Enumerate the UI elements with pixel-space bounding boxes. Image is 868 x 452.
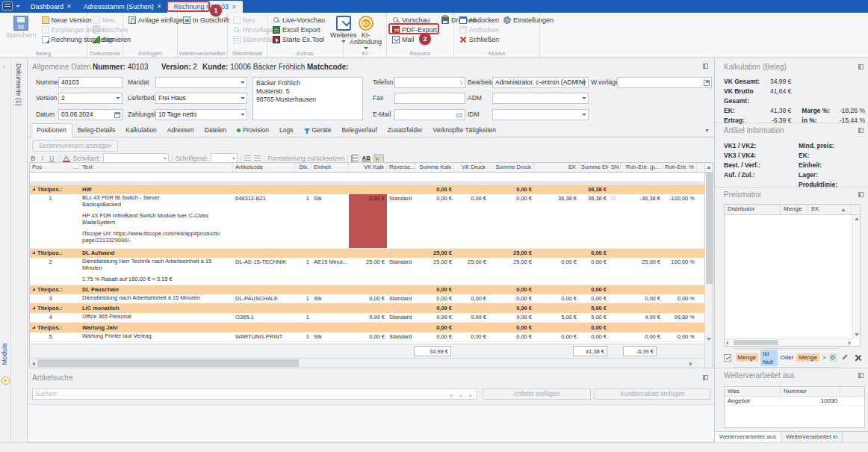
- table-row[interactable]: Titelpos.:DL Aufwand25,00 €25,00 €0,00 €: [30, 249, 705, 258]
- column-header-pos[interactable]: Pos: [30, 163, 71, 172]
- clear-filter-icon[interactable]: [855, 354, 861, 361]
- filter-chip[interactable]: Menge: [796, 353, 819, 362]
- table-row[interactable]: Titelpos.:HW0,00 €0,00 €36,38 €: [30, 185, 705, 194]
- fax-field[interactable]: [394, 93, 465, 104]
- table-row[interactable]: Titelpos.:LIC monatlich9,99 €9,99 €5,00 …: [30, 303, 705, 313]
- wv-tab[interactable]: Weiterverarbeitet in: [781, 432, 843, 442]
- app-menu-icon[interactable]: [2, 1, 13, 10]
- schlie-en-button[interactable]: Schließen: [457, 34, 501, 44]
- artikel-search-input[interactable]: Suchen+ ⌕ ×: [32, 388, 477, 400]
- tab-ger-te[interactable]: Geräte: [299, 124, 337, 137]
- font-color-button[interactable]: A: [63, 155, 70, 162]
- tab-verkn-pfte-t-tigkeiten[interactable]: Verknüpfte Tätigkeiten: [428, 124, 501, 137]
- mail-button[interactable]: Mail: [390, 34, 439, 44]
- filter-checkbox[interactable]: [724, 354, 731, 362]
- version-field[interactable]: 2: [58, 93, 123, 104]
- format-reset-button[interactable]: Formatierung zurücksetzen: [267, 155, 344, 162]
- expand-triangle-icon[interactable]: [32, 306, 35, 309]
- orange-arrow-icon[interactable]: [373, 154, 384, 163]
- expand-rail-icon[interactable]: ›: [3, 64, 5, 70]
- preismatrix-vscrollbar[interactable]: [852, 215, 860, 338]
- numbered-list-icon[interactable]: [254, 155, 261, 161]
- bearbeiter-field[interactable]: Administrator, c-entron (ADMIN): [492, 77, 589, 88]
- pm-column-distributor[interactable]: Distributor: [725, 205, 781, 214]
- bullet-list-icon[interactable]: [244, 155, 251, 161]
- tab-dateien[interactable]: Dateien: [199, 124, 232, 137]
- mandat-field[interactable]: [155, 77, 247, 88]
- table-row[interactable]: 3Dienstleistung nach Arbeitseinheit à 15…: [30, 294, 705, 303]
- pin-icon[interactable]: [703, 375, 708, 380]
- abdocken-button[interactable]: Abdocken: [457, 15, 501, 25]
- datum-field[interactable]: 03.06.2024: [58, 109, 123, 120]
- ki-anbindung-button[interactable]: KI-Anbindung: [347, 15, 385, 50]
- column-header-vkkalk[interactable]: VK Kalk: [349, 163, 387, 172]
- column-header-rohertr[interactable]: Roh-Ertr. (p...: [621, 163, 663, 172]
- wv-column-nummer[interactable]: Nummer: [781, 387, 840, 396]
- tab-kalkulation[interactable]: Kalkulation: [120, 124, 162, 137]
- address-box[interactable]: Bäcker Fröhlich Musterstr. 5 98765 Muste…: [252, 77, 363, 120]
- telefon-field[interactable]: [394, 77, 465, 88]
- expand-triangle-icon[interactable]: [32, 251, 35, 254]
- wvorlage-field[interactable]: [617, 77, 712, 88]
- table-row[interactable]: 2Dienstleistung Herr Technik nach Arbeit…: [30, 258, 705, 285]
- window-tab-dashboard[interactable]: Dashboard✕: [25, 0, 78, 13]
- line-spacing-icon[interactable]: [351, 155, 359, 162]
- zahlungsk-field[interactable]: 10 Tage netto: [155, 109, 247, 120]
- einstellungen-button[interactable]: Einstellungen: [501, 15, 556, 25]
- starte-ex-tool-button[interactable]: Starte Ex.Tool: [270, 34, 327, 44]
- live-vorschau-button[interactable]: Live-Vorschau: [270, 15, 327, 25]
- pin-icon[interactable]: [858, 64, 864, 69]
- edit-filter-icon[interactable]: [841, 354, 848, 361]
- close-icon[interactable]: ✕: [66, 3, 72, 10]
- column-header-rohpct[interactable]: Roh-Ertr. %: [663, 163, 697, 172]
- nummer-field[interactable]: 40103: [58, 77, 123, 88]
- column-header-summedruck[interactable]: Summe Druck: [489, 163, 534, 172]
- column-header-summeek[interactable]: Summe EK: [579, 163, 609, 172]
- column-header-sn[interactable]: SN: [609, 163, 621, 172]
- pin-icon[interactable]: [858, 192, 864, 197]
- column-header-summekalk[interactable]: Summe Kalk: [415, 163, 454, 172]
- app-menu-caret-icon[interactable]: [16, 5, 20, 7]
- email-field[interactable]: [394, 109, 465, 120]
- wv-row[interactable]: Angebot10030: [725, 397, 864, 406]
- wv-column-was[interactable]: Was: [725, 387, 781, 396]
- column-header-vkdruck[interactable]: VK Druck: [454, 163, 489, 172]
- table-row[interactable]: 5Wartung Printer laut VertragWARTUNG-PRI…: [30, 332, 705, 342]
- filter-chip[interactable]: Oder: [780, 353, 795, 362]
- wv-tab[interactable]: Weiterverarbeitet aus: [715, 432, 781, 442]
- tab-positionen[interactable]: Positionen: [31, 123, 72, 137]
- tab-overflow-icon[interactable]: ▼: [704, 128, 710, 133]
- positions-hscrollbar[interactable]: [30, 358, 704, 368]
- expand-triangle-icon[interactable]: [32, 326, 35, 329]
- table-row[interactable]: Titelpos.:Wartung Jahr0,00 €0,00 €0,00 €: [30, 323, 705, 332]
- seriennummern-button[interactable]: Seriennummern anzeigen: [32, 140, 118, 152]
- pm-column-menge[interactable]: Menge: [781, 205, 808, 214]
- tab-beleg-details[interactable]: Beleg-Details: [72, 124, 121, 137]
- expand-triangle-icon[interactable]: [32, 288, 35, 291]
- column-header-dots[interactable]: ...: [71, 163, 80, 172]
- column-header-text[interactable]: Text: [80, 163, 233, 172]
- in-gutschrift-button[interactable]: In Gutschrift: [181, 15, 232, 25]
- module-rail-label[interactable]: Module: [1, 343, 8, 365]
- tab-zusatzfelder[interactable]: Zusatzfelder: [382, 124, 428, 137]
- adm-field[interactable]: [492, 93, 589, 104]
- expand-triangle-icon[interactable]: [32, 188, 35, 191]
- table-row[interactable]: 1BLc 4X FDR IB Switch - Server Backup/Ba…: [30, 194, 705, 249]
- table-row[interactable]: 4Office 365 PersonalO365-119,99 €Standar…: [30, 313, 705, 323]
- table-row[interactable]: [30, 173, 705, 182]
- pin-icon[interactable]: [858, 128, 864, 133]
- kundenrabatt-button[interactable]: Kundenrabatt einfügen: [595, 388, 710, 400]
- tab-logs[interactable]: Logs: [274, 124, 298, 137]
- window-tab-adressstamm-suchen-[interactable]: Adressstamm (Suchen)✕: [78, 0, 168, 13]
- italic-button[interactable]: I: [40, 155, 46, 162]
- underline-button[interactable]: U: [48, 155, 56, 162]
- tab-adressen[interactable]: Adressen: [162, 124, 199, 137]
- pin-icon[interactable]: [858, 373, 864, 378]
- lieferbed-field[interactable]: Frei Haus: [155, 93, 247, 104]
- column-header-ek[interactable]: EK: [534, 163, 579, 172]
- preismatrix-hscrollbar[interactable]: [725, 338, 852, 346]
- filter-chip[interactable]: Menge: [736, 353, 758, 362]
- dokumente-rail-label[interactable]: Dokumente (1): [15, 64, 22, 105]
- column-header-reverse[interactable]: Reverse...: [387, 163, 415, 172]
- bold-button[interactable]: B: [29, 155, 37, 162]
